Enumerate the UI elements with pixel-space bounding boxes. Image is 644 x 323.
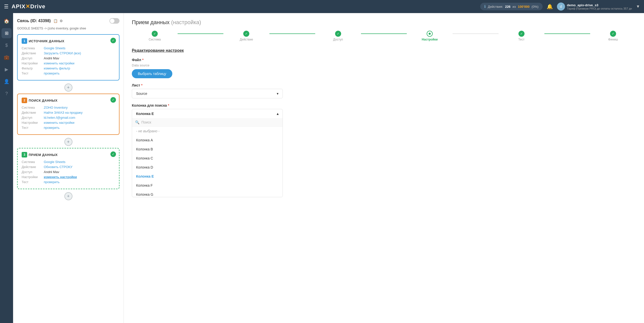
prog-step-finish: ✓ Финиш (590, 31, 636, 41)
prog-connector-3 (361, 33, 407, 34)
sheet-value: Source (136, 92, 147, 96)
connection-toggle[interactable] (109, 18, 119, 24)
nav-connections-button[interactable]: ⊞ (2, 28, 12, 38)
dropdown-header[interactable]: Колонка E ▴ (132, 109, 283, 118)
bell-button[interactable]: 🔔 (547, 4, 553, 10)
prog-step-deistvie-circle: ✓ (243, 31, 249, 37)
step2-sistema-label: Система (22, 106, 42, 109)
step2-nastroyki-label: Настройки (22, 121, 42, 125)
step1-test-value[interactable]: проверить (44, 71, 60, 75)
step1-title: ИСТОЧНИК ДАННЫХ (29, 39, 64, 43)
search-column-form-group: Колонка для поиска * Колонка E ▴ 🔍 - не … (132, 103, 636, 197)
prog-step-nastroyki: Настройки (407, 31, 453, 41)
dropdown-search: 🔍 (132, 118, 283, 127)
logo-apix: APIX (12, 3, 25, 10)
step2-number: 2 (22, 98, 27, 103)
step1-sistema-value[interactable]: Google Sheets (44, 46, 65, 50)
chevron-down-icon: ▾ (277, 92, 278, 96)
step1-deistvie-label: Действие (22, 51, 42, 55)
logo-text: APIX✕Drive (12, 3, 45, 10)
dropdown-list-item[interactable]: Колонка C (132, 154, 283, 163)
prog-step-dostup-circle: ✓ (335, 31, 341, 37)
step3-nastroyki-row: Настройки изменить настройки (22, 175, 115, 179)
step3-sistema-label: Система (22, 160, 42, 164)
nav-profile-button[interactable]: 👤 (2, 76, 12, 87)
step3-dostup-row: Доступ Andrii Mav (22, 170, 115, 174)
copy-icon-button[interactable]: 📋 (53, 19, 58, 23)
dropdown-list-item[interactable]: Колонка G (132, 190, 283, 197)
step3-deistvie-value[interactable]: Обновить СТРОКУ (44, 165, 72, 169)
step3-nastroyki-value[interactable]: изменить настройки (44, 175, 77, 179)
nav-billing-button[interactable]: $ (2, 40, 12, 50)
step2-nastroyki-value[interactable]: изменить настройки (44, 121, 74, 125)
dropdown-search-input[interactable] (141, 120, 279, 124)
step3-sistema-row: Система Google Sheets (22, 160, 115, 164)
add-step-1-button[interactable]: + (64, 84, 72, 92)
step2-sistema-row: Система ZOHO Inventory (22, 106, 115, 109)
info-icon: ℹ (484, 4, 486, 9)
add-step-3-button[interactable]: + (64, 192, 72, 200)
step3-nastroyki-label: Настройки (22, 175, 42, 179)
dropdown-list-item[interactable]: Колонка E (132, 172, 283, 181)
step1-dostup-value: Andrii Mav (44, 56, 59, 60)
dropdown-list-item[interactable]: Колонка A (132, 136, 283, 145)
user-name: demo_apix-drive_s3 (567, 3, 632, 7)
search-column-label: Колонка для поиска * (132, 103, 636, 107)
dropdown-list-item[interactable]: Колонка D (132, 163, 283, 172)
step1-dostup-label: Доступ (22, 56, 42, 60)
actions-count: 226 (505, 5, 511, 9)
nav-home-button[interactable]: 🏠 (2, 16, 12, 26)
user-plan: Тариф |Премиум PRO| до оплаты осталось 3… (567, 7, 632, 10)
sheet-required-star: * (141, 83, 142, 87)
dropdown-list-item[interactable]: Колонка F (132, 181, 283, 190)
step2-sistema-value[interactable]: ZOHO Inventory (44, 106, 68, 109)
step1-filtr-value[interactable]: изменить фильтр (44, 66, 70, 70)
connection-icons: 📋 ⚙ (53, 19, 63, 23)
prog-step-test-circle: ✓ (518, 31, 525, 37)
nav-video-button[interactable]: ▶ (2, 64, 12, 74)
right-panel: Прием данных (настройка) ✓ Система ✓ Дей… (124, 13, 644, 323)
step3-check: ✓ (110, 151, 116, 157)
step2-test-value[interactable]: проверить (44, 126, 60, 130)
step3-test-label: Тест (22, 180, 42, 184)
step1-card: ✓ 1 ИСТОЧНИК ДАННЫХ Система Google Sheet… (17, 34, 119, 80)
step3-dostup-label: Доступ (22, 170, 42, 174)
topbar: ☰ APIX✕Drive ℹ Действия: 226 из 100'000 … (0, 0, 644, 13)
step2-dostup-value[interactable]: ld.helen.f@gmail.com (44, 116, 75, 119)
prog-step-sistema-circle: ✓ (152, 31, 158, 37)
prog-step-sistema-label: Система (149, 38, 161, 41)
prog-step-finish-label: Финиш (608, 38, 618, 41)
prog-step-deistvie: ✓ Действие (223, 31, 269, 41)
step1-filtr-row: Фильтр изменить фильтр (22, 66, 115, 70)
step1-deistvie-value[interactable]: Загрузить СТРОКИ (все) (44, 51, 81, 55)
dropdown-list-item[interactable]: Колонка B (132, 145, 283, 154)
hamburger-menu[interactable]: ☰ (4, 4, 9, 10)
nav-tasks-button[interactable]: 💼 (2, 52, 12, 62)
prog-connector-1 (178, 33, 223, 34)
prog-step-dostup-label: Доступ (333, 38, 343, 41)
sheet-select[interactable]: Source ▾ (132, 89, 283, 98)
step2-badge: 2 ПОИСК ДАННЫХ (22, 98, 58, 103)
settings-icon-button[interactable]: ⚙ (60, 19, 63, 23)
dropdown-list-item[interactable]: - не выбрано - (132, 127, 283, 136)
nav-help-button[interactable]: ? (2, 89, 12, 99)
user-expand-button[interactable]: ▼ (636, 4, 640, 9)
step1-nastroyki-value[interactable]: изменить настройки (44, 61, 74, 65)
file-sublabel: Data source (132, 63, 636, 67)
step3-deistvie-row: Действие Обновить СТРОКУ (22, 165, 115, 169)
step3-sistema-value[interactable]: Google Sheets (44, 160, 65, 164)
step2-deistvie-value[interactable]: Найти ЗАКАЗ на продажу (44, 111, 83, 114)
step2-test-row: Тест проверить (22, 126, 115, 130)
connection-title: Связь (ID: 43398) (17, 19, 51, 23)
add-step-2-button[interactable]: + (64, 138, 72, 146)
step1-test-label: Тест (22, 71, 42, 75)
step3-title: ПРИЕМ ДАННЫХ (29, 153, 58, 157)
step2-dostup-label: Доступ (22, 116, 42, 119)
file-label: Файл * (132, 58, 636, 62)
choose-table-button[interactable]: Выбрать таблицу (132, 69, 172, 78)
prog-step-test: ✓ Тест (499, 31, 544, 41)
logo-drive: Drive (30, 3, 45, 10)
step1-nastroyki-label: Настройки (22, 61, 42, 65)
step3-test-value[interactable]: проверить (44, 180, 60, 184)
prog-connector-5 (544, 33, 590, 34)
